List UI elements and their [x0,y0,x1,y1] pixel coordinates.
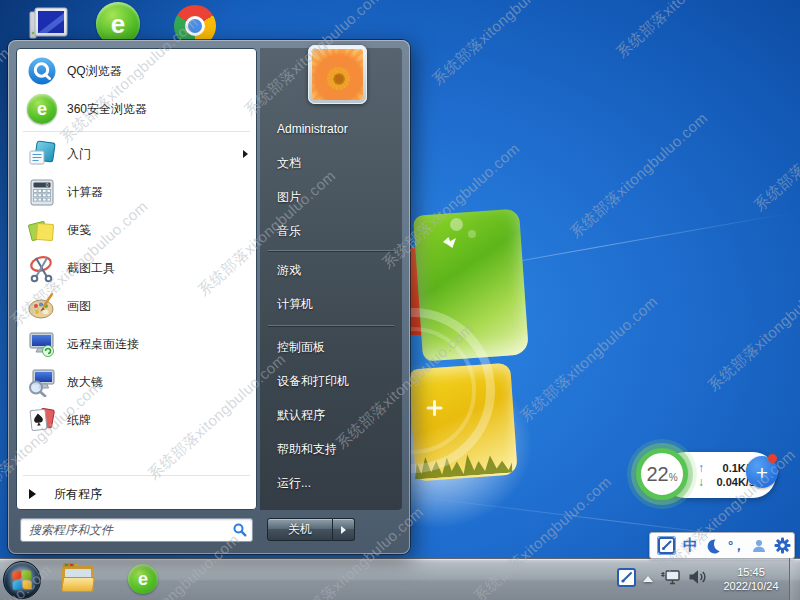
menu-divider [268,325,394,326]
360-browser-icon: e [128,564,158,594]
submenu-arrow-icon [243,150,248,158]
user-profile-button[interactable] [751,538,767,554]
start-right-control-panel[interactable]: 控制面板 [260,330,402,364]
usage-percent: 22 [646,464,668,484]
start-right-music[interactable]: 音乐 [260,214,402,248]
gear-icon [774,537,791,554]
360-browser-icon: e [27,94,57,124]
menu-item-label: 360安全浏览器 [67,101,147,118]
menu-item-label: 便笺 [67,222,91,239]
person-icon [751,538,767,554]
snipping-tool-icon [27,253,57,283]
start-right-computer[interactable]: 计算机 [260,287,402,321]
start-menu-item-paint[interactable]: 画图 [17,287,256,325]
start-menu-item-360-browser[interactable]: e 360安全浏览器 [17,90,256,128]
system-tray: 15:45 2022/10/24 [617,558,788,600]
start-menu: QQ浏览器 e 360安全浏览器 入门 [8,40,410,554]
getting-started-icon [27,139,57,169]
show-hidden-icons-button[interactable] [643,576,653,582]
clock-time: 15:45 [714,565,788,579]
start-right-default-programs[interactable]: 默认程序 [260,398,402,432]
start-button[interactable] [3,561,41,599]
start-right-games[interactable]: 游戏 [260,253,402,287]
ime-settings-button[interactable] [774,537,791,554]
input-method-indicator[interactable] [657,536,676,555]
show-desktop-button[interactable] [789,558,800,600]
taskbar-clock[interactable]: 15:45 2022/10/24 [714,565,788,593]
menu-item-label: 纸牌 [67,412,91,429]
shutdown-options-button[interactable] [333,518,355,541]
network-tray-icon[interactable] [660,569,681,590]
start-right-run[interactable]: 运行... [260,466,402,500]
tray-ime-icon[interactable] [617,568,636,591]
menu-item-label: 计算器 [67,184,103,201]
menu-item-label: 入门 [67,146,91,163]
user-avatar[interactable] [308,45,367,104]
start-menu-item-snipping-tool[interactable]: 截图工具 [17,249,256,287]
network-speed-widget[interactable]: ↑ 0.1K/s ↓ 0.04K/s + 22 % [634,443,784,509]
start-menu-item-magnifier[interactable]: 放大镜 [17,363,256,401]
start-menu-item-solitaire[interactable]: 纸牌 [17,401,256,439]
usage-percent-unit: % [669,472,678,483]
start-menu-item-remote-desktop[interactable]: 远程桌面连接 [17,325,256,363]
upload-arrow-icon: ↑ [698,462,704,474]
menu-item-label: 放大镜 [67,374,103,391]
start-right-pictures[interactable]: 图片 [260,180,402,214]
menu-divider [23,131,250,132]
magnifier-icon [27,367,57,397]
clock-date: 2022/10/24 [714,579,788,593]
wallpaper-bokeh [468,230,476,238]
screen: e QQ浏览器 e 360安全浏览器 [0,0,800,600]
language-bar-popup: 中 °， [649,532,795,559]
shutdown-arrow-icon [341,526,346,534]
menu-divider [23,475,250,476]
start-menu-right-panel: Administrator 文档 图片 音乐 游戏 计算机 控制面板 设备和打印… [260,48,402,510]
qq-browser-icon [27,56,57,86]
start-right-help-support[interactable]: 帮助和支持 [260,432,402,466]
volume-tray-icon[interactable] [688,569,707,589]
calculator-icon: 0 [27,177,57,207]
shutdown-button[interactable]: 关机 [267,518,333,541]
all-programs-label: 所有程序 [54,486,102,503]
ime-check-icon [658,537,675,554]
menu-spacer [17,439,256,472]
menu-item-label: QQ浏览器 [67,63,122,80]
shutdown-control: 关机 [267,518,355,541]
start-menu-item-sticky-notes[interactable]: 便笺 [17,211,256,249]
wallpaper-bokeh [450,218,463,231]
menu-item-label: 远程桌面连接 [67,336,139,353]
all-programs-button[interactable]: 所有程序 [17,479,256,509]
menu-item-label: 截图工具 [67,260,115,277]
full-half-width-button[interactable] [705,538,721,554]
chinese-mode-button[interactable]: 中 [683,536,698,555]
taskbar-explorer-button[interactable] [62,566,94,592]
start-right-documents[interactable]: 文档 [260,146,402,180]
sticky-notes-icon [27,215,57,245]
start-menu-left-panel: QQ浏览器 e 360安全浏览器 入门 [16,48,257,510]
computer-icon [24,4,70,44]
paint-icon [27,291,57,321]
punctuation-button[interactable]: °， [728,537,744,555]
start-menu-item-qq-browser[interactable]: QQ浏览器 [17,52,256,90]
start-right-devices-printers[interactable]: 设备和打印机 [260,364,402,398]
search-icon [233,523,247,537]
windows-logo-icon [12,570,32,590]
all-programs-arrow-icon [29,489,36,499]
search-box [20,518,253,542]
notification-dot [768,454,777,463]
solitaire-icon [27,405,57,435]
moon-icon [705,538,721,554]
wallpaper-sparkle [426,400,442,416]
remote-desktop-icon [27,329,57,359]
svg-text:0: 0 [46,182,49,188]
avatar-flower-image [312,49,363,100]
start-menu-item-calculator[interactable]: 0 计算器 [17,173,256,211]
menu-divider [268,250,394,251]
download-arrow-icon: ↓ [698,476,704,488]
start-menu-item-getting-started[interactable]: 入门 [17,135,256,173]
user-name[interactable]: Administrator [260,112,402,146]
menu-item-label: 画图 [67,298,91,315]
memory-usage-ball[interactable]: 22 % [636,448,688,500]
taskbar-360-browser-button[interactable]: e [128,564,158,594]
search-input[interactable] [20,518,253,542]
